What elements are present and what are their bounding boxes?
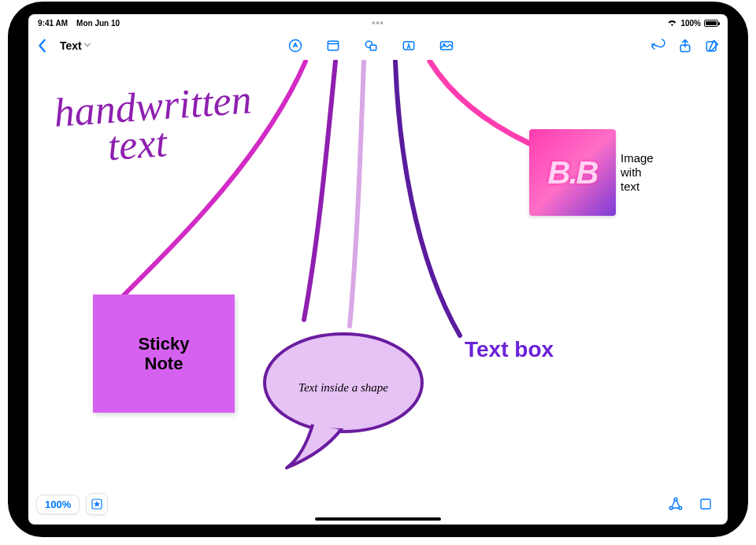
image-with-text[interactable]: B.B xyxy=(529,129,616,216)
sticky-note[interactable]: Sticky Note xyxy=(93,295,235,413)
freeform-canvas[interactable]: handwritten text Sticky Note Text inside… xyxy=(28,60,728,525)
bottom-left-controls: 100% xyxy=(36,493,108,515)
battery-percent: 100% xyxy=(680,19,701,28)
undo-button[interactable] xyxy=(647,35,669,57)
screen: 9:41 AM Mon Jun 10 ••• 100% xyxy=(28,14,728,525)
speech-bubble-text: Text inside a shape xyxy=(298,380,388,394)
favorites-button[interactable] xyxy=(86,493,108,515)
document-title-text: Text xyxy=(60,39,82,52)
zoom-level-text: 100% xyxy=(45,499,71,510)
battery-icon xyxy=(704,20,718,27)
multitask-dots-icon[interactable]: ••• xyxy=(372,17,384,28)
svg-rect-16 xyxy=(701,499,710,509)
sticky-note-text: Sticky Note xyxy=(139,334,190,374)
image-caption: Image with text xyxy=(621,151,654,194)
svg-rect-4 xyxy=(370,45,376,50)
shape-tool-button[interactable] xyxy=(360,35,382,57)
status-right: 100% xyxy=(667,18,718,28)
compose-button[interactable] xyxy=(701,35,723,57)
share-button[interactable] xyxy=(674,35,696,57)
text-box-tool-button[interactable] xyxy=(398,35,420,57)
speech-bubble-shape[interactable]: Text inside a shape xyxy=(257,321,430,471)
handwritten-text[interactable]: handwritten text xyxy=(53,81,255,169)
status-bar: 9:41 AM Mon Jun 10 ••• 100% xyxy=(28,14,728,32)
home-indicator[interactable] xyxy=(315,517,441,521)
image-inner-text: B.B xyxy=(548,155,598,191)
pen-tool-button[interactable] xyxy=(284,35,306,57)
status-time: 9:41 AM xyxy=(38,19,68,28)
text-box[interactable]: Text box xyxy=(465,337,554,362)
collaboration-button[interactable] xyxy=(665,493,687,515)
svg-point-13 xyxy=(674,498,677,501)
sticky-note-tool-button[interactable] xyxy=(322,35,344,57)
app-toolbar: Text xyxy=(28,32,728,60)
minimap-button[interactable] xyxy=(695,493,717,515)
document-title[interactable]: Text xyxy=(57,38,94,54)
svg-point-14 xyxy=(669,506,673,510)
image-tool-button[interactable] xyxy=(435,35,458,57)
svg-rect-1 xyxy=(328,41,338,50)
bottom-right-controls xyxy=(665,493,717,515)
status-left: 9:41 AM Mon Jun 10 xyxy=(38,19,120,28)
back-button[interactable] xyxy=(33,39,52,53)
chevron-down-icon xyxy=(83,41,91,50)
zoom-level-button[interactable]: 100% xyxy=(36,495,80,514)
wifi-icon xyxy=(667,18,677,28)
status-date: Mon Jun 10 xyxy=(76,19,120,28)
ipad-frame: 9:41 AM Mon Jun 10 ••• 100% xyxy=(8,2,748,537)
svg-point-15 xyxy=(679,506,682,510)
